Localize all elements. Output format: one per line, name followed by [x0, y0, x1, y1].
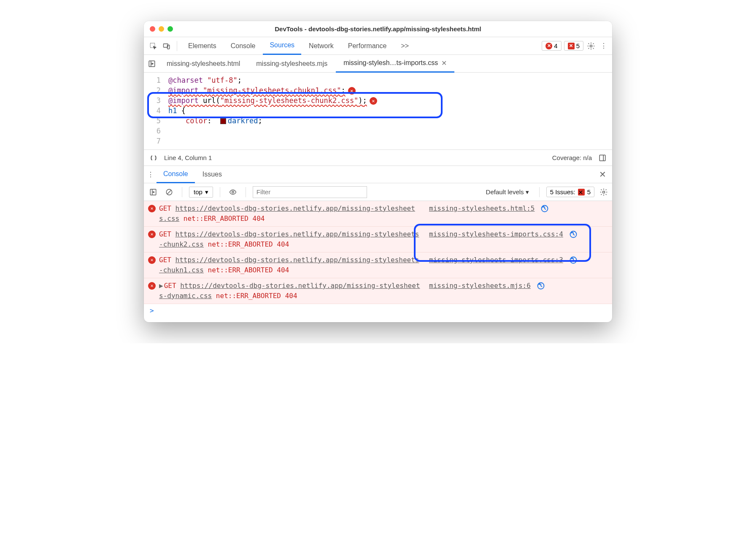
error-icon: ✕	[545, 43, 552, 49]
svg-point-9	[603, 191, 605, 193]
devtools-window: DevTools - devtools-dbg-stories.netlify.…	[144, 21, 612, 322]
menu-icon[interactable]: ⋮	[599, 41, 609, 51]
tab-elements[interactable]: Elements	[181, 37, 223, 55]
console-error-row[interactable]: ✕GET https://devtools-dbg-stories.netlif…	[144, 227, 612, 252]
line-gutter: 1234567	[144, 75, 165, 146]
svg-rect-2	[167, 45, 170, 49]
sidebar-toggle-icon[interactable]	[598, 153, 607, 163]
editor-statusbar: Line 4, Column 1 Coverage: n/a	[144, 149, 612, 166]
issues-link[interactable]: 5 Issues: ✕ 5	[546, 187, 594, 197]
live-expression-icon[interactable]	[227, 186, 239, 198]
source-link[interactable]: missing-stylesheets-imports.css:3	[429, 255, 563, 265]
drawer-tabs: ⋮ Console Issues ✕	[144, 166, 612, 183]
issue-icon: ✕	[568, 43, 575, 49]
close-tab-icon[interactable]: ✕	[441, 59, 447, 67]
coverage-status: Coverage: n/a	[552, 154, 592, 161]
filter-input[interactable]	[253, 186, 367, 198]
navigator-toggle-icon[interactable]	[146, 60, 158, 68]
main-toolbar: Elements Console Sources Network Perform…	[144, 37, 612, 55]
chevron-down-icon: ▾	[205, 188, 208, 196]
sidebar-toggle-icon[interactable]	[147, 186, 159, 198]
code-editor[interactable]: 1234567 @charset "utf-8";@import "missin…	[144, 73, 612, 149]
separator	[177, 41, 177, 51]
settings-icon[interactable]	[586, 41, 596, 51]
message-text: ▶GET https://devtools-dbg-stories.netlif…	[159, 281, 421, 301]
close-drawer-icon[interactable]: ✕	[599, 169, 610, 179]
error-icon: ✕	[148, 256, 156, 264]
levels-label: Default levels	[486, 188, 524, 195]
issue-icon: ✕	[578, 189, 585, 195]
tab-sources[interactable]: Sources	[263, 37, 301, 55]
minimize-window-button[interactable]	[159, 26, 164, 32]
issue-count: 5	[576, 42, 580, 49]
tab-performance[interactable]: Performance	[341, 37, 394, 55]
file-tab-2[interactable]: missing-stylesh…ts-imports.css ✕	[336, 55, 454, 73]
context-selector[interactable]: top ▾	[189, 187, 213, 198]
console-error-row[interactable]: ✕GET https://devtools-dbg-stories.netlif…	[144, 201, 612, 227]
clear-console-icon[interactable]	[163, 186, 175, 198]
issues-count: 5	[587, 188, 591, 195]
device-toggle-icon[interactable]	[161, 40, 173, 52]
tab-console[interactable]: Console	[224, 37, 262, 55]
console-error-row[interactable]: ✕▶GET https://devtools-dbg-stories.netli…	[144, 278, 612, 304]
tab-network[interactable]: Network	[302, 37, 340, 55]
drawer-tab-console[interactable]: Console	[157, 166, 195, 183]
panel-tabs: Elements Console Sources Network Perform…	[181, 37, 540, 55]
svg-rect-5	[599, 155, 605, 161]
separator	[246, 187, 246, 197]
code-area[interactable]: @charset "utf-8";@import "missing-styles…	[165, 75, 612, 146]
message-text: GET https://devtools-dbg-stories.netlify…	[159, 229, 421, 250]
tabs-overflow[interactable]: >>	[394, 37, 416, 55]
replay-xhr-icon[interactable]	[569, 230, 578, 239]
svg-point-3	[590, 45, 592, 47]
source-link[interactable]: missing-stylesheets-imports.css:4	[429, 229, 563, 239]
context-value: top	[194, 188, 202, 195]
drawer-menu-icon[interactable]: ⋮	[146, 169, 156, 179]
file-tab-1[interactable]: missing-stylesheets.mjs	[248, 55, 335, 73]
file-tab-label: missing-stylesh…ts-imports.css	[343, 59, 438, 67]
console-toolbar: top ▾ Default levels ▾ 5 Issues: ✕ 5	[144, 183, 612, 201]
close-window-button[interactable]	[150, 26, 155, 32]
log-levels-selector[interactable]: Default levels ▾	[483, 187, 532, 197]
issues-label: 5 Issues:	[550, 188, 575, 195]
message-text: GET https://devtools-dbg-stories.netlify…	[159, 204, 421, 224]
source-link[interactable]: missing-stylesheets.html:5	[429, 204, 535, 214]
svg-point-8	[232, 191, 234, 193]
error-icon: ✕	[148, 282, 156, 290]
titlebar: DevTools - devtools-dbg-stories.netlify.…	[144, 21, 612, 37]
zoom-window-button[interactable]	[167, 26, 173, 32]
error-count: 4	[554, 42, 557, 49]
error-count-badge[interactable]: ✕ 4	[542, 41, 561, 51]
file-tab-label: missing-stylesheets.mjs	[256, 60, 327, 68]
console-messages: ✕GET https://devtools-dbg-stories.netlif…	[144, 201, 612, 322]
replay-xhr-icon[interactable]	[569, 256, 578, 265]
console-error-row[interactable]: ✕GET https://devtools-dbg-stories.netlif…	[144, 252, 612, 278]
cursor-position: Line 4, Column 1	[164, 154, 212, 161]
window-title: DevTools - devtools-dbg-stories.netlify.…	[144, 25, 612, 33]
traffic-lights	[150, 26, 173, 32]
drawer-tab-issues[interactable]: Issues	[196, 166, 229, 183]
pretty-print-icon[interactable]	[149, 153, 158, 163]
console-settings-icon[interactable]	[599, 187, 609, 197]
expand-icon[interactable]: ▶	[159, 282, 163, 290]
file-tab-label: missing-stylesheets.html	[167, 60, 240, 68]
file-tabs: missing-stylesheets.html missing-stylesh…	[144, 55, 612, 73]
file-tab-0[interactable]: missing-stylesheets.html	[159, 55, 248, 73]
source-link[interactable]: missing-stylesheets.mjs:6	[429, 281, 531, 291]
chevron-down-icon: ▾	[526, 188, 529, 196]
separator	[182, 187, 182, 197]
console-prompt[interactable]: >	[144, 304, 612, 317]
inspect-icon[interactable]	[147, 40, 159, 52]
replay-xhr-icon[interactable]	[540, 204, 550, 214]
separator	[539, 187, 540, 197]
error-icon: ✕	[148, 231, 156, 238]
separator	[220, 187, 220, 197]
replay-xhr-icon[interactable]	[537, 282, 546, 291]
error-icon: ✕	[148, 205, 156, 212]
message-text: GET https://devtools-dbg-stories.netlify…	[159, 255, 421, 275]
issue-count-badge[interactable]: ✕ 5	[564, 41, 583, 51]
